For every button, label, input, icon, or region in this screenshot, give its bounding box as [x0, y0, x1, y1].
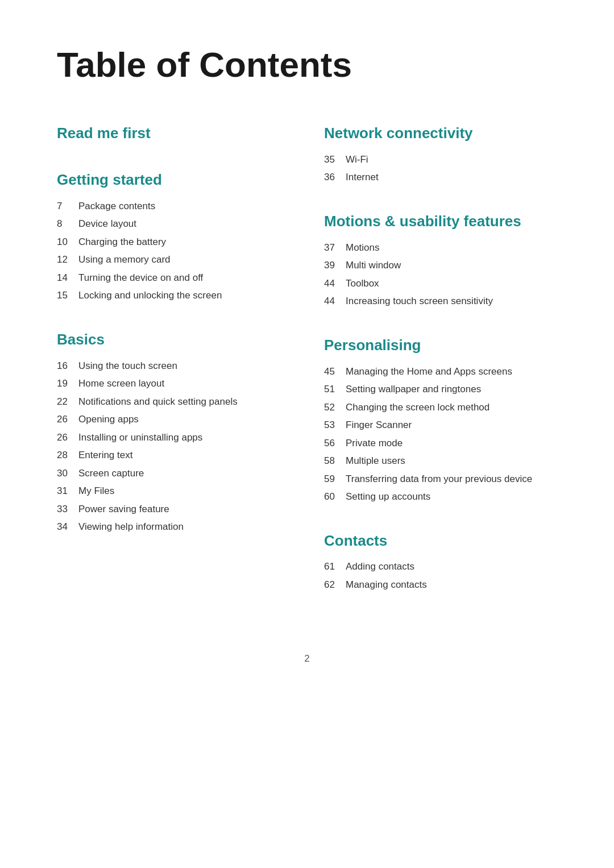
list-item: 30 Screen capture — [57, 466, 290, 481]
section-title-read-me-first: Read me first — [57, 124, 290, 143]
item-text: Managing contacts — [346, 578, 427, 592]
list-item: 35 Wi-Fi — [324, 152, 557, 167]
list-item: 60 Setting up accounts — [324, 489, 557, 504]
page-num: 59 — [324, 472, 346, 487]
list-item: 62 Managing contacts — [324, 578, 557, 592]
item-text: Toolbox — [346, 276, 379, 291]
item-text: Motions — [346, 240, 380, 255]
list-item: 52 Changing the screen lock method — [324, 400, 557, 415]
page-num: 30 — [57, 466, 78, 481]
page-num: 14 — [57, 271, 78, 285]
item-text: Private mode — [346, 436, 403, 451]
list-item: 56 Private mode — [324, 436, 557, 451]
list-item: 36 Internet — [324, 170, 557, 185]
footer-page-number: 2 — [304, 653, 309, 664]
list-item: 12 Using a memory card — [57, 252, 290, 267]
item-text: Device layout — [78, 217, 136, 231]
getting-started-list: 7 Package contents 8 Device layout 10 Ch… — [57, 199, 290, 303]
item-text: Screen capture — [78, 466, 144, 481]
section-title-network-connectivity: Network connectivity — [324, 124, 557, 143]
section-title-personalising: Personalising — [324, 336, 557, 355]
item-text: Turning the device on and off — [78, 271, 203, 285]
page-num: 52 — [324, 400, 346, 415]
toc-layout: Read me first Getting started 7 Package … — [57, 124, 557, 619]
list-item: 58 Multiple users — [324, 454, 557, 468]
basics-list: 16 Using the touch screen 19 Home screen… — [57, 359, 290, 534]
item-text: Using the touch screen — [78, 359, 177, 373]
list-item: 51 Setting wallpaper and ringtones — [324, 382, 557, 397]
list-item: 26 Opening apps — [57, 412, 290, 427]
page-num: 28 — [57, 448, 78, 463]
item-text: Finger Scanner — [346, 418, 412, 433]
page-num: 45 — [324, 364, 346, 379]
list-item: 16 Using the touch screen — [57, 359, 290, 373]
item-text: Multiple users — [346, 454, 405, 468]
list-item: 39 Multi window — [324, 258, 557, 273]
section-personalising: Personalising 45 Managing the Home and A… — [324, 336, 557, 504]
item-text: Wi-Fi — [346, 152, 368, 167]
page-num: 26 — [57, 412, 78, 427]
page-num: 39 — [324, 258, 346, 273]
list-item: 31 My Files — [57, 484, 290, 499]
page-num: 35 — [324, 152, 346, 167]
page-num: 34 — [57, 520, 78, 534]
page-num: 56 — [324, 436, 346, 451]
list-item: 19 Home screen layout — [57, 376, 290, 391]
page-num: 22 — [57, 394, 78, 409]
section-contacts: Contacts 61 Adding contacts 62 Managing … — [324, 531, 557, 592]
section-basics: Basics 16 Using the touch screen 19 Home… — [57, 330, 290, 534]
section-network-connectivity: Network connectivity 35 Wi-Fi 36 Interne… — [324, 124, 557, 185]
list-item: 53 Finger Scanner — [324, 418, 557, 433]
motions-list: 37 Motions 39 Multi window 44 Toolbox 44… — [324, 240, 557, 309]
page-num: 62 — [324, 578, 346, 592]
page-num: 51 — [324, 382, 346, 397]
item-text: Home screen layout — [78, 376, 164, 391]
item-text: My Files — [78, 484, 114, 499]
list-item: 61 Adding contacts — [324, 559, 557, 574]
item-text: Transferring data from your previous dev… — [346, 472, 532, 487]
page-num: 44 — [324, 276, 346, 291]
item-text: Viewing help information — [78, 520, 184, 534]
page-num: 33 — [57, 502, 78, 517]
section-motions-usability: Motions & usability features 37 Motions … — [324, 212, 557, 309]
list-item: 8 Device layout — [57, 217, 290, 231]
item-text: Package contents — [78, 199, 155, 214]
page-num: 10 — [57, 235, 78, 250]
item-text: Notifications and quick setting panels — [78, 394, 238, 409]
list-item: 15 Locking and unlocking the screen — [57, 288, 290, 303]
page-num: 36 — [324, 170, 346, 185]
list-item: 22 Notifications and quick setting panel… — [57, 394, 290, 409]
section-title-contacts: Contacts — [324, 531, 557, 551]
list-item: 26 Installing or uninstalling apps — [57, 430, 290, 445]
page-num: 26 — [57, 430, 78, 445]
section-title-basics: Basics — [57, 330, 290, 350]
page-num: 53 — [324, 418, 346, 433]
item-text: Setting up accounts — [346, 489, 430, 504]
page-num: 37 — [324, 240, 346, 255]
item-text: Power saving feature — [78, 502, 169, 517]
right-column: Network connectivity 35 Wi-Fi 36 Interne… — [324, 124, 557, 619]
network-list: 35 Wi-Fi 36 Internet — [324, 152, 557, 185]
page-num: 19 — [57, 376, 78, 391]
item-text: Charging the battery — [78, 235, 166, 250]
page-num: 15 — [57, 288, 78, 303]
item-text: Setting wallpaper and ringtones — [346, 382, 481, 397]
list-item: 59 Transferring data from your previous … — [324, 472, 557, 487]
list-item: 37 Motions — [324, 240, 557, 255]
item-text: Opening apps — [78, 412, 139, 427]
item-text: Changing the screen lock method — [346, 400, 489, 415]
page-num: 31 — [57, 484, 78, 499]
list-item: 33 Power saving feature — [57, 502, 290, 517]
item-text: Managing the Home and Apps screens — [346, 364, 512, 379]
page-num: 58 — [324, 454, 346, 468]
contacts-list: 61 Adding contacts 62 Managing contacts — [324, 559, 557, 592]
item-text: Internet — [346, 170, 379, 185]
section-getting-started: Getting started 7 Package contents 8 Dev… — [57, 171, 290, 303]
section-title-getting-started: Getting started — [57, 171, 290, 190]
list-item: 44 Toolbox — [324, 276, 557, 291]
page-num: 7 — [57, 199, 78, 214]
page-num: 44 — [324, 294, 346, 309]
item-text: Installing or uninstalling apps — [78, 430, 202, 445]
list-item: 7 Package contents — [57, 199, 290, 214]
page-num: 60 — [324, 489, 346, 504]
